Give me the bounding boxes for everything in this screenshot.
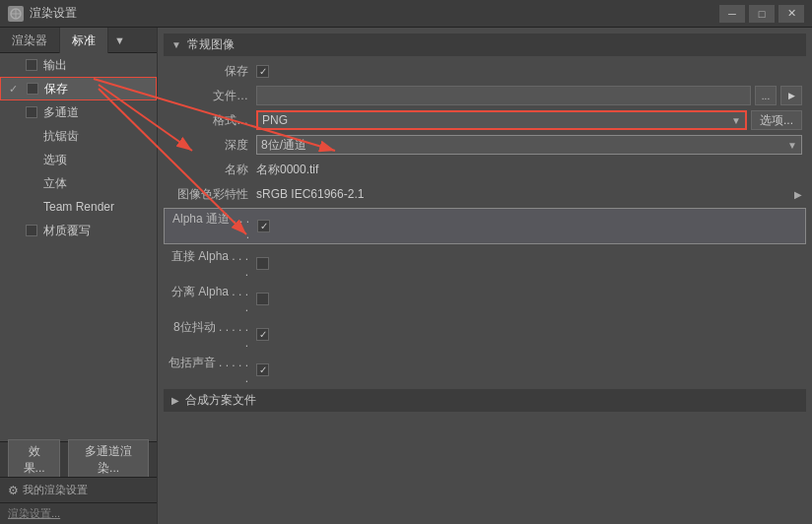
browse-button[interactable]: ... <box>755 86 777 105</box>
sidebar-item-options[interactable]: 选项 <box>0 148 157 171</box>
row-alpha-channel: Alpha 通道 . . . . <box>164 208 806 244</box>
composite-triangle: ▶ <box>171 395 179 406</box>
sidebar-item-multipass[interactable]: 多通道 <box>0 100 157 124</box>
depth-value: 8位/通道 <box>261 137 306 154</box>
sidebar-item-material-override[interactable]: 材质覆写 <box>0 219 157 242</box>
straight-alpha-checkbox-row <box>256 257 269 270</box>
composite-label: 合成方案文件 <box>185 392 256 409</box>
color-profile-arrow[interactable]: ▶ <box>794 189 802 200</box>
format-arrow: ▼ <box>731 115 741 126</box>
format-select[interactable]: PNG ▼ <box>256 110 747 130</box>
alpha-checkbox-row <box>257 220 270 232</box>
name-value: 名称0000.tif <box>256 162 802 178</box>
tab-standard[interactable]: 标准 <box>60 28 108 53</box>
section-composite[interactable]: ▶ 合成方案文件 <box>164 389 806 412</box>
format-value: PNG <box>262 113 288 127</box>
color-profile-label: 图像色彩特性 <box>168 186 256 203</box>
sidebar-list: 输出 ✓ 保存 多通道 抗锯齿 <box>0 53 157 441</box>
section-regular-image[interactable]: ▼ 常规图像 <box>164 33 806 56</box>
check-team <box>8 201 22 213</box>
row-name: 名称 名称0000.tif <box>164 159 806 180</box>
section-label: 常规图像 <box>187 36 235 53</box>
color-profile-value: sRGB IEC61966-2.1 <box>256 187 790 201</box>
check-material <box>8 225 22 236</box>
row-color-profile: 图像色彩特性 sRGB IEC61966-2.1 ▶ <box>164 183 806 205</box>
cb-material[interactable] <box>26 225 37 236</box>
row-straight-alpha: 直接 Alpha . . . . <box>164 247 806 280</box>
app-icon <box>8 6 24 22</box>
save-checkbox-row <box>256 65 269 78</box>
tab-dropdown[interactable]: ▼ <box>108 28 131 52</box>
render-settings-link[interactable]: 渲染设置... <box>8 506 60 521</box>
check-output <box>8 59 22 71</box>
sidebar-item-antialiasing[interactable]: 抗锯齿 <box>0 124 157 148</box>
sound-checkbox[interactable] <box>256 363 269 376</box>
format-label: 格式… <box>168 112 256 129</box>
alpha-channel-checkbox[interactable] <box>257 220 270 232</box>
window-controls: ─ □ ✕ <box>719 5 804 23</box>
maximize-button[interactable]: □ <box>749 5 775 23</box>
sidebar-item-save[interactable]: ✓ 保存 <box>0 77 157 100</box>
depth-label: 深度 <box>168 137 256 154</box>
cb-save[interactable] <box>27 83 38 95</box>
check-aa <box>8 130 22 142</box>
title-bar: 渲染设置 ─ □ ✕ <box>0 0 812 28</box>
depth-arrow: ▼ <box>787 140 797 151</box>
file-label: 文件… <box>168 88 256 104</box>
cb-output[interactable] <box>26 59 37 71</box>
straight-alpha-checkbox[interactable] <box>256 257 269 270</box>
alpha-channel-label: Alpha 通道 . . . . <box>169 211 257 241</box>
sidebar-item-stereo[interactable]: 立体 <box>0 171 157 195</box>
color-profile-row: sRGB IEC61966-2.1 ▶ <box>256 187 802 201</box>
depth-select[interactable]: 8位/通道 ▼ <box>256 135 802 155</box>
gear-icon: ⚙ <box>8 484 19 497</box>
save-label: 保存 <box>168 63 256 80</box>
row-save: 保存 <box>164 60 806 82</box>
section-triangle: ▼ <box>171 39 181 50</box>
check-options <box>8 154 22 165</box>
sidebar-item-team-render[interactable]: Team Render <box>0 195 157 219</box>
straight-alpha-label: 直接 Alpha . . . . <box>168 248 256 279</box>
cb-multipass[interactable] <box>26 106 37 118</box>
check-multipass <box>8 106 22 118</box>
sound-label: 包括声音 . . . . . . <box>168 355 256 385</box>
separate-alpha-label: 分离 Alpha . . . . <box>168 284 256 314</box>
effects-button[interactable]: 效果... <box>8 439 60 481</box>
tab-renderer[interactable]: 渲染器 <box>0 28 60 53</box>
name-label: 名称 <box>168 162 256 178</box>
format-row: PNG ▼ 选项... <box>256 110 802 130</box>
close-button[interactable]: ✕ <box>778 5 804 23</box>
check-stereo <box>8 177 22 189</box>
main-layout: 渲染器 标准 ▼ 输出 ✓ 保存 <box>0 28 812 524</box>
separate-alpha-checkbox-row <box>256 293 269 305</box>
dither-label: 8位抖动 . . . . . . <box>168 319 256 350</box>
row-dither: 8位抖动 . . . . . . <box>164 318 806 351</box>
render-settings-bottom: 渲染设置... <box>0 502 157 524</box>
right-panel: ▼ 常规图像 保存 文件… ... ▶ 格式… <box>158 28 812 524</box>
left-bottom-panel: 效果... 多通道渲染... <box>0 441 157 477</box>
options-button[interactable]: 选项... <box>751 110 802 130</box>
dither-checkbox[interactable] <box>256 328 269 341</box>
sidebar-item-output[interactable]: 输出 <box>0 53 157 77</box>
row-format: 格式… PNG ▼ 选项... <box>164 109 806 131</box>
file-path-row: ... ▶ <box>256 86 802 105</box>
row-file: 文件… ... ▶ <box>164 85 806 106</box>
row-sound: 包括声音 . . . . . . <box>164 354 806 386</box>
dither-checkbox-row <box>256 328 269 341</box>
my-settings-label: 我的渲染设置 <box>23 483 88 497</box>
multipass-render-button[interactable]: 多通道渲染... <box>68 439 149 481</box>
window-title: 渲染设置 <box>30 5 719 22</box>
sound-checkbox-row <box>256 363 269 376</box>
save-checkbox[interactable] <box>256 65 269 78</box>
my-render-settings-bar: ⚙ 我的渲染设置 <box>0 477 157 502</box>
tab-bar: 渲染器 标准 ▼ <box>0 28 157 53</box>
row-separate-alpha: 分离 Alpha . . . . <box>164 283 806 315</box>
minimize-button[interactable]: ─ <box>719 5 745 23</box>
left-panel: 渲染器 标准 ▼ 输出 ✓ 保存 <box>0 28 158 524</box>
file-path-input[interactable] <box>256 86 751 105</box>
small-arrow-btn[interactable]: ▶ <box>780 86 802 105</box>
check-save: ✓ <box>9 83 23 96</box>
separate-alpha-checkbox[interactable] <box>256 293 269 305</box>
row-depth: 深度 8位/通道 ▼ <box>164 134 806 156</box>
